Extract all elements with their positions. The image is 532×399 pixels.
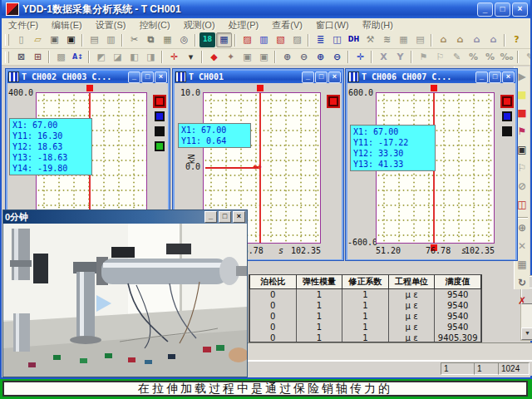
led-display-icon[interactable]: 18 <box>200 32 215 47</box>
marker-dart-icon[interactable]: ✦ <box>223 50 239 65</box>
data-table-icon[interactable]: ▦ <box>216 32 232 47</box>
calib-4-icon[interactable]: ⌂ <box>485 32 501 47</box>
wave-icon[interactable]: ≋ <box>379 32 395 47</box>
chart-bars-icon[interactable]: ▥ <box>256 32 272 47</box>
photo-1-icon[interactable]: ▣ <box>239 50 255 65</box>
edit-table-icon[interactable]: ▤ <box>412 32 428 47</box>
tile-horizontal-icon[interactable]: ≣ <box>313 32 328 47</box>
menu-file[interactable]: 文件(F) <box>2 18 45 32</box>
chart-multi-icon[interactable]: ▧ <box>273 32 288 47</box>
tag-1-icon[interactable]: ⚑ <box>416 50 431 65</box>
close-button[interactable]: × <box>328 71 341 83</box>
legend-swatch[interactable] <box>328 96 338 106</box>
edit-1-icon[interactable]: ✎ <box>449 50 465 65</box>
chart-delete-icon[interactable]: ⊠ <box>13 50 29 65</box>
print-icon[interactable]: ▥ <box>103 32 119 47</box>
chart-gray-icon[interactable]: ▨ <box>289 32 305 47</box>
legend-swatch[interactable] <box>502 126 512 136</box>
calib-1-icon[interactable]: ⌂ <box>436 32 451 47</box>
chart-red-icon[interactable]: ▨ <box>239 32 255 47</box>
zoom-x-icon[interactable]: ⊕ <box>313 50 328 65</box>
copy-icon[interactable]: ⧉ <box>143 32 159 47</box>
marker-diamond-icon[interactable]: ◆ <box>206 50 222 65</box>
menu-edit[interactable]: 编辑(E) <box>45 18 89 32</box>
zoom-in-icon[interactable]: ⊕ <box>279 50 295 65</box>
pan-icon[interactable]: ✛ <box>352 50 368 65</box>
percent-1-icon[interactable]: % <box>466 50 481 65</box>
percent-2-icon[interactable]: % <box>482 50 498 65</box>
save-all-icon[interactable]: ▣ <box>63 32 79 47</box>
legend-swatch[interactable] <box>502 96 512 106</box>
table-row[interactable]: 0 1 1 μ ε 9540 <box>250 322 481 332</box>
runner-2-icon[interactable]: ◪ <box>110 50 126 65</box>
calib-2-icon[interactable]: ⌂ <box>452 32 468 47</box>
tag-2-icon[interactable]: ⚐ <box>432 50 448 65</box>
table-row[interactable]: 0 1 1 μ ε 9540 <box>250 289 481 301</box>
cursor-crosshair-icon[interactable]: ✛ <box>166 50 182 65</box>
menu-help[interactable]: 帮助(H) <box>356 18 400 32</box>
legend-swatch[interactable] <box>155 96 165 106</box>
wrench-icon[interactable]: ⚒ <box>362 32 378 47</box>
close-button[interactable]: × <box>502 71 515 83</box>
find-icon[interactable]: ◎ <box>176 32 192 47</box>
close-button[interactable]: × <box>512 2 528 17</box>
dh-button[interactable]: DH <box>346 32 362 47</box>
scroll-down-button[interactable]: ▼ <box>521 328 532 340</box>
delete-red-icon[interactable]: ✗ <box>515 294 530 309</box>
minimize-button[interactable]: _ <box>204 211 217 223</box>
table-row[interactable]: 0 1 1 μ ε 9540 <box>250 311 481 322</box>
tile-vertical-icon[interactable]: ◫ <box>329 32 345 47</box>
col-header-unit[interactable]: 工程单位 <box>388 275 435 289</box>
menu-observe[interactable]: 观测(O) <box>177 18 222 32</box>
minimize-button[interactable]: _ <box>477 2 493 17</box>
zoom-out-icon[interactable]: ⊖ <box>296 50 312 65</box>
help-icon[interactable]: ? <box>509 32 525 47</box>
paste-icon[interactable]: ▦ <box>160 32 175 47</box>
col-header-fullscale[interactable]: 满度值 <box>435 275 481 289</box>
calib-3-icon[interactable]: ⌂ <box>469 32 485 47</box>
new-file-icon[interactable]: ▯ <box>13 32 29 47</box>
chart-window-titlebar[interactable]: T CH001 _ □ × <box>175 71 342 83</box>
legend-swatch[interactable] <box>155 141 165 151</box>
close-button[interactable]: × <box>155 71 167 83</box>
close-button[interactable]: × <box>233 211 245 223</box>
toolbar-grip[interactable] <box>5 34 9 46</box>
cut-icon[interactable]: ✂ <box>126 32 142 47</box>
legend-swatch[interactable] <box>155 111 165 121</box>
zoom-y-icon[interactable]: ⊖ <box>329 50 345 65</box>
col-header-modulus[interactable]: 弹性模量 <box>296 275 342 289</box>
minimize-button[interactable]: _ <box>302 71 314 83</box>
manual-icon[interactable]: ✦ <box>525 32 530 47</box>
menu-view[interactable]: 查看(V) <box>265 18 309 32</box>
col-header-poisson[interactable]: 泊松比 <box>250 275 297 289</box>
open-folder-icon[interactable]: ▱ <box>30 32 46 47</box>
chart-window-titlebar[interactable]: T CH002 CH003 C... _ □ × <box>7 71 168 83</box>
col-header-correction[interactable]: 修正系数 <box>342 275 389 289</box>
legend-swatch[interactable] <box>155 126 165 136</box>
axis-y-icon[interactable]: Y <box>392 50 408 65</box>
maximize-button[interactable]: □ <box>489 71 501 83</box>
chart-config-icon[interactable]: ⊞ <box>30 50 46 65</box>
runner-1-icon[interactable]: ◩ <box>93 50 109 65</box>
toolbar-grip[interactable] <box>5 52 9 63</box>
edit-2-icon[interactable]: ✎ <box>522 50 530 65</box>
save-icon[interactable]: ▣ <box>47 32 62 47</box>
menu-control[interactable]: 控制(C) <box>132 18 176 32</box>
autoscale-all-icon[interactable]: A↕ <box>70 50 86 65</box>
table-row[interactable]: 0 1 1 μ ε 9405.309 <box>250 332 481 342</box>
runner-4-icon[interactable]: ◨ <box>143 50 159 65</box>
legend-swatch[interactable] <box>502 111 512 121</box>
minimize-button[interactable]: _ <box>128 71 140 83</box>
maximize-button[interactable]: □ <box>219 211 231 223</box>
menu-process[interactable]: 处理(P) <box>222 18 266 32</box>
runner-3-icon[interactable]: ◧ <box>126 50 142 65</box>
chart-window-titlebar[interactable]: T CH006 CH007 C... _ □ × <box>347 71 515 83</box>
title-bar[interactable]: YDD-1数据采集分析系统 - T CH001 _ □ × <box>2 0 530 18</box>
video-window-titlebar[interactable]: 0分钟 _ □ × <box>3 210 247 224</box>
rotate-icon[interactable]: ↻ <box>515 276 530 291</box>
photo-2-icon[interactable]: ▣ <box>256 50 272 65</box>
insert-table-icon[interactable]: ▦ <box>396 32 411 47</box>
menu-window[interactable]: 窗口(W) <box>309 18 356 32</box>
select-area-icon[interactable]: ▩ <box>53 50 69 65</box>
maximize-button[interactable]: □ <box>315 71 328 83</box>
